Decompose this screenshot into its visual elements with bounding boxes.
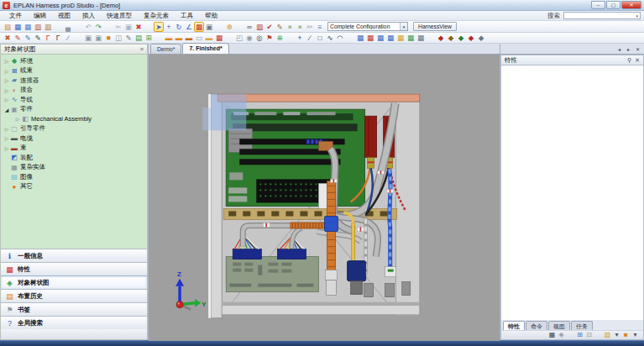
unbundle-icon[interactable]: ▭ xyxy=(194,33,204,43)
nailboard-icon[interactable]: ▦ xyxy=(355,33,365,43)
device-display-icon[interactable]: ▣ xyxy=(93,33,103,43)
menu-item[interactable]: 插入 xyxy=(76,11,101,21)
combo-dropdown-icon[interactable]: ▾ xyxy=(400,23,407,30)
pin-icon[interactable]: ⚲ xyxy=(627,57,631,64)
camera-view-icon[interactable]: ▣ xyxy=(204,22,214,32)
dropdown-arrow-icon[interactable]: ▾ xyxy=(612,331,621,340)
menu-item[interactable]: 编辑 xyxy=(28,11,52,21)
search-dropdown-icon[interactable]: ▾ xyxy=(634,13,640,18)
tree-item[interactable]: ▬ 束 xyxy=(1,144,147,154)
tree-item[interactable]: ● 其它 xyxy=(1,182,147,192)
tab-scroll-left-icon[interactable]: ◂ xyxy=(615,46,623,52)
panel-switch-button[interactable]: ▦ 特性 xyxy=(1,262,147,275)
collision-check-icon[interactable]: ▦ xyxy=(194,22,204,32)
place-part-icon[interactable]: ■ xyxy=(103,33,113,43)
tree-item[interactable]: ∿ 导线 xyxy=(1,95,147,105)
print-icon[interactable]: ▄ xyxy=(63,22,73,32)
tree-item[interactable]: ◧ Mechanical Assembly xyxy=(1,114,147,124)
tree-item[interactable]: ⊠ 线束 xyxy=(1,66,147,76)
import-archive-icon[interactable]: ▥ xyxy=(43,22,53,32)
zoom-select-icon[interactable]: ⊡ xyxy=(584,331,594,340)
add-rect-icon[interactable]: □ xyxy=(315,33,325,43)
undo-icon[interactable]: ↶ xyxy=(83,22,93,32)
tree-item[interactable]: ▤ 图像 xyxy=(1,172,147,182)
bundle-display-icon[interactable]: ▣ xyxy=(83,33,93,43)
tree-expander-icon[interactable] xyxy=(3,97,10,102)
menu-item[interactable]: 文件 xyxy=(3,11,28,21)
red-pencil-icon[interactable]: ✎ xyxy=(13,33,23,43)
place-point-icon[interactable]: + xyxy=(164,22,174,32)
document-tab[interactable]: Demo* xyxy=(150,44,181,54)
tree-expander-icon[interactable] xyxy=(3,145,10,151)
tab-close-icon[interactable]: ✕ xyxy=(634,46,641,52)
copy-icon[interactable]: ▣ xyxy=(123,22,134,32)
add-doc-icon[interactable]: ⊞ xyxy=(144,33,154,43)
tree-item[interactable]: ▰ 连接器 xyxy=(1,76,147,86)
panel-switch-button[interactable]: ? 全局搜索 xyxy=(1,316,147,329)
panel-switch-button[interactable]: ℹ 一般信息 xyxy=(1,249,147,262)
tab-scroll-right-icon[interactable]: ▸ xyxy=(625,46,632,52)
save-all-icon[interactable]: ▦ xyxy=(23,22,33,32)
tree-item[interactable]: ▢ 引导零件 xyxy=(1,124,147,134)
export-archive-icon[interactable]: ▥ xyxy=(33,22,43,32)
unroute-icon[interactable]: ✖ xyxy=(3,33,13,43)
3d-viewport[interactable]: Z Y xyxy=(149,55,500,341)
tree-expander-icon[interactable] xyxy=(3,126,10,132)
report-doc5-icon[interactable]: ◆ xyxy=(476,33,486,43)
open-project-icon[interactable]: ▧ xyxy=(3,22,13,32)
save-icon[interactable]: ▦ xyxy=(13,22,23,32)
tree-expander-icon[interactable] xyxy=(3,87,10,93)
grid-check-icon[interactable]: ▦ xyxy=(214,33,224,43)
route-forward-icon[interactable]: » xyxy=(285,22,295,32)
find-icon[interactable]: ∞ xyxy=(244,22,254,32)
route-diagonal-icon[interactable]: ∕ xyxy=(63,33,73,43)
tree-expander-icon[interactable] xyxy=(3,68,10,74)
table-cables-icon[interactable]: ▦ xyxy=(385,33,395,43)
right-panel-tab[interactable]: 视图 xyxy=(548,321,570,330)
tree-item[interactable]: ◗ 接合 xyxy=(1,86,147,96)
right-panel-tab[interactable]: 命令 xyxy=(526,321,547,330)
report-doc2-icon[interactable]: ◆ xyxy=(446,33,456,43)
nailboard-red-icon[interactable]: ▦ xyxy=(365,33,375,43)
lock-icon[interactable]: ◉ xyxy=(244,33,254,43)
black-pen-icon[interactable]: ✎ xyxy=(33,33,43,43)
menu-item[interactable]: 复杂元素 xyxy=(138,11,175,21)
tree-node-icon[interactable]: ⊕ xyxy=(275,33,285,43)
table-cutlist-icon[interactable]: ▦ xyxy=(406,33,416,43)
delete-icon[interactable]: ✖ xyxy=(134,22,144,32)
tree-expander-icon[interactable] xyxy=(3,77,10,83)
bundle-tool-icon[interactable]: ▬ xyxy=(164,33,174,43)
collapse-panel-icon[interactable]: « xyxy=(140,46,144,52)
add-line-icon[interactable]: ∕ xyxy=(305,33,315,43)
redo-icon[interactable]: ↷ xyxy=(93,22,103,32)
discard-icon[interactable]: ◫ xyxy=(113,33,123,43)
select-cursor-icon[interactable]: ➤ xyxy=(154,22,164,32)
flag-icon[interactable]: ⚑ xyxy=(264,33,275,43)
panel-switch-button[interactable]: ◈ 对象树状图 xyxy=(1,275,147,289)
table-bom-icon[interactable]: ▦ xyxy=(395,33,406,43)
box-select-icon[interactable]: ◰ xyxy=(234,33,244,43)
menu-item[interactable]: 帮助 xyxy=(199,11,223,21)
render-mode-icon[interactable]: ▧ xyxy=(603,331,612,340)
report-doc3-icon[interactable]: ◆ xyxy=(456,33,466,43)
report-icon[interactable]: ▥ xyxy=(254,22,264,32)
add-point-icon[interactable]: + xyxy=(295,33,305,43)
report-doc4-icon[interactable]: ◆ xyxy=(466,33,476,43)
validate-icon[interactable]: ✔ xyxy=(264,22,275,32)
tree-item[interactable]: ▣ 零件 xyxy=(1,105,147,115)
configuration-combo[interactable]: Complete Configuration ▾ xyxy=(327,22,408,31)
blue-pencil-icon[interactable]: ✎ xyxy=(23,33,33,43)
tree-expander-icon[interactable] xyxy=(3,58,10,64)
bundle-split-icon[interactable]: ▬ xyxy=(174,33,184,43)
search-input[interactable] xyxy=(564,13,634,19)
document-tab[interactable]: 7. Finished* xyxy=(182,43,228,54)
edit-part-icon[interactable]: ✎ xyxy=(123,33,134,43)
new-doc-icon[interactable]: ▤ xyxy=(134,33,144,43)
table-wires-icon[interactable]: ▦ xyxy=(375,33,385,43)
close-panel-icon[interactable]: ✕ xyxy=(635,57,640,64)
table-misc-icon[interactable]: ▦ xyxy=(416,33,426,43)
cut-icon[interactable]: ✂ xyxy=(113,22,123,32)
route-corner-icon[interactable]: Γ xyxy=(43,33,53,43)
compare-icon[interactable]: ≡ xyxy=(315,22,325,32)
panel-switch-button[interactable]: ⚑ 书签 xyxy=(1,302,147,316)
